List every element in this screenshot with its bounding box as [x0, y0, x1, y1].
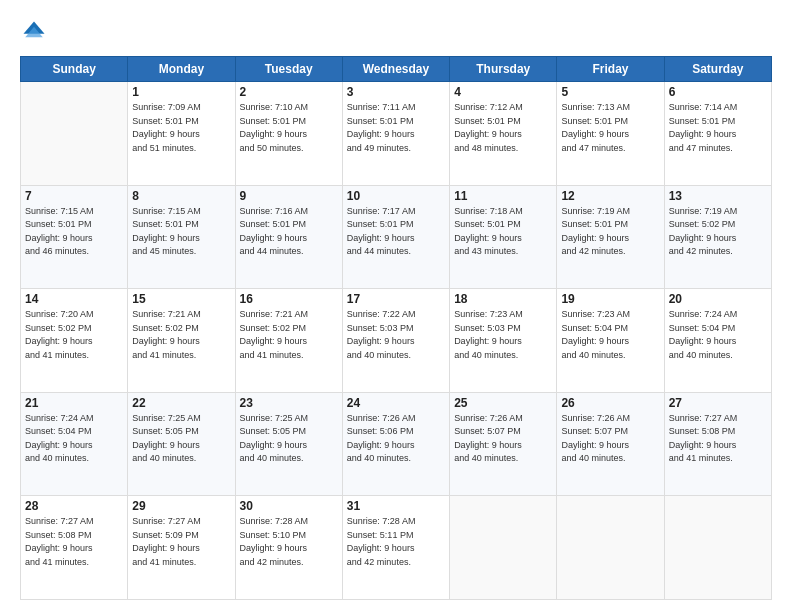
day-number: 1 — [132, 85, 230, 99]
calendar-cell: 31Sunrise: 7:28 AMSunset: 5:11 PMDayligh… — [342, 496, 449, 600]
calendar-cell: 19Sunrise: 7:23 AMSunset: 5:04 PMDayligh… — [557, 289, 664, 393]
day-number: 7 — [25, 189, 123, 203]
day-number: 2 — [240, 85, 338, 99]
day-number: 29 — [132, 499, 230, 513]
calendar-cell: 8Sunrise: 7:15 AMSunset: 5:01 PMDaylight… — [128, 185, 235, 289]
day-number: 19 — [561, 292, 659, 306]
day-info: Sunrise: 7:16 AMSunset: 5:01 PMDaylight:… — [240, 205, 338, 259]
calendar-cell: 13Sunrise: 7:19 AMSunset: 5:02 PMDayligh… — [664, 185, 771, 289]
day-info: Sunrise: 7:25 AMSunset: 5:05 PMDaylight:… — [240, 412, 338, 466]
day-info: Sunrise: 7:17 AMSunset: 5:01 PMDaylight:… — [347, 205, 445, 259]
day-info: Sunrise: 7:26 AMSunset: 5:07 PMDaylight:… — [454, 412, 552, 466]
calendar-cell: 28Sunrise: 7:27 AMSunset: 5:08 PMDayligh… — [21, 496, 128, 600]
day-info: Sunrise: 7:12 AMSunset: 5:01 PMDaylight:… — [454, 101, 552, 155]
day-number: 23 — [240, 396, 338, 410]
calendar-week-3: 14Sunrise: 7:20 AMSunset: 5:02 PMDayligh… — [21, 289, 772, 393]
day-info: Sunrise: 7:23 AMSunset: 5:03 PMDaylight:… — [454, 308, 552, 362]
day-info: Sunrise: 7:15 AMSunset: 5:01 PMDaylight:… — [25, 205, 123, 259]
day-info: Sunrise: 7:24 AMSunset: 5:04 PMDaylight:… — [669, 308, 767, 362]
calendar-cell: 11Sunrise: 7:18 AMSunset: 5:01 PMDayligh… — [450, 185, 557, 289]
weekday-header-sunday: Sunday — [21, 57, 128, 82]
day-info: Sunrise: 7:19 AMSunset: 5:01 PMDaylight:… — [561, 205, 659, 259]
calendar-cell: 4Sunrise: 7:12 AMSunset: 5:01 PMDaylight… — [450, 82, 557, 186]
day-number: 24 — [347, 396, 445, 410]
calendar-cell: 17Sunrise: 7:22 AMSunset: 5:03 PMDayligh… — [342, 289, 449, 393]
calendar-cell: 18Sunrise: 7:23 AMSunset: 5:03 PMDayligh… — [450, 289, 557, 393]
day-info: Sunrise: 7:27 AMSunset: 5:08 PMDaylight:… — [669, 412, 767, 466]
weekday-header-tuesday: Tuesday — [235, 57, 342, 82]
day-info: Sunrise: 7:18 AMSunset: 5:01 PMDaylight:… — [454, 205, 552, 259]
logo — [20, 18, 52, 46]
calendar-cell: 16Sunrise: 7:21 AMSunset: 5:02 PMDayligh… — [235, 289, 342, 393]
page: SundayMondayTuesdayWednesdayThursdayFrid… — [0, 0, 792, 612]
day-number: 12 — [561, 189, 659, 203]
day-info: Sunrise: 7:19 AMSunset: 5:02 PMDaylight:… — [669, 205, 767, 259]
day-number: 10 — [347, 189, 445, 203]
calendar-cell: 6Sunrise: 7:14 AMSunset: 5:01 PMDaylight… — [664, 82, 771, 186]
day-number: 31 — [347, 499, 445, 513]
day-info: Sunrise: 7:21 AMSunset: 5:02 PMDaylight:… — [240, 308, 338, 362]
weekday-header-thursday: Thursday — [450, 57, 557, 82]
calendar-cell: 30Sunrise: 7:28 AMSunset: 5:10 PMDayligh… — [235, 496, 342, 600]
calendar-cell: 7Sunrise: 7:15 AMSunset: 5:01 PMDaylight… — [21, 185, 128, 289]
day-info: Sunrise: 7:27 AMSunset: 5:09 PMDaylight:… — [132, 515, 230, 569]
day-info: Sunrise: 7:26 AMSunset: 5:07 PMDaylight:… — [561, 412, 659, 466]
day-number: 16 — [240, 292, 338, 306]
day-number: 30 — [240, 499, 338, 513]
day-number: 18 — [454, 292, 552, 306]
calendar-cell: 20Sunrise: 7:24 AMSunset: 5:04 PMDayligh… — [664, 289, 771, 393]
day-info: Sunrise: 7:21 AMSunset: 5:02 PMDaylight:… — [132, 308, 230, 362]
day-number: 8 — [132, 189, 230, 203]
day-info: Sunrise: 7:10 AMSunset: 5:01 PMDaylight:… — [240, 101, 338, 155]
day-info: Sunrise: 7:27 AMSunset: 5:08 PMDaylight:… — [25, 515, 123, 569]
day-info: Sunrise: 7:26 AMSunset: 5:06 PMDaylight:… — [347, 412, 445, 466]
day-number: 15 — [132, 292, 230, 306]
day-info: Sunrise: 7:28 AMSunset: 5:10 PMDaylight:… — [240, 515, 338, 569]
day-number: 4 — [454, 85, 552, 99]
calendar-cell: 1Sunrise: 7:09 AMSunset: 5:01 PMDaylight… — [128, 82, 235, 186]
day-number: 22 — [132, 396, 230, 410]
day-number: 5 — [561, 85, 659, 99]
weekday-header-monday: Monday — [128, 57, 235, 82]
day-number: 21 — [25, 396, 123, 410]
calendar-week-2: 7Sunrise: 7:15 AMSunset: 5:01 PMDaylight… — [21, 185, 772, 289]
weekday-header-row: SundayMondayTuesdayWednesdayThursdayFrid… — [21, 57, 772, 82]
day-info: Sunrise: 7:09 AMSunset: 5:01 PMDaylight:… — [132, 101, 230, 155]
day-info: Sunrise: 7:23 AMSunset: 5:04 PMDaylight:… — [561, 308, 659, 362]
day-number: 20 — [669, 292, 767, 306]
day-info: Sunrise: 7:28 AMSunset: 5:11 PMDaylight:… — [347, 515, 445, 569]
day-info: Sunrise: 7:20 AMSunset: 5:02 PMDaylight:… — [25, 308, 123, 362]
calendar-table: SundayMondayTuesdayWednesdayThursdayFrid… — [20, 56, 772, 600]
logo-icon — [20, 18, 48, 46]
calendar-cell — [450, 496, 557, 600]
weekday-header-wednesday: Wednesday — [342, 57, 449, 82]
day-number: 27 — [669, 396, 767, 410]
calendar-cell: 26Sunrise: 7:26 AMSunset: 5:07 PMDayligh… — [557, 392, 664, 496]
calendar-cell: 23Sunrise: 7:25 AMSunset: 5:05 PMDayligh… — [235, 392, 342, 496]
calendar-cell — [557, 496, 664, 600]
day-info: Sunrise: 7:25 AMSunset: 5:05 PMDaylight:… — [132, 412, 230, 466]
calendar-cell: 9Sunrise: 7:16 AMSunset: 5:01 PMDaylight… — [235, 185, 342, 289]
weekday-header-saturday: Saturday — [664, 57, 771, 82]
calendar-week-5: 28Sunrise: 7:27 AMSunset: 5:08 PMDayligh… — [21, 496, 772, 600]
day-number: 17 — [347, 292, 445, 306]
day-info: Sunrise: 7:11 AMSunset: 5:01 PMDaylight:… — [347, 101, 445, 155]
calendar-cell: 14Sunrise: 7:20 AMSunset: 5:02 PMDayligh… — [21, 289, 128, 393]
day-info: Sunrise: 7:13 AMSunset: 5:01 PMDaylight:… — [561, 101, 659, 155]
day-number: 28 — [25, 499, 123, 513]
day-number: 9 — [240, 189, 338, 203]
calendar-cell: 24Sunrise: 7:26 AMSunset: 5:06 PMDayligh… — [342, 392, 449, 496]
day-info: Sunrise: 7:22 AMSunset: 5:03 PMDaylight:… — [347, 308, 445, 362]
day-number: 11 — [454, 189, 552, 203]
calendar-cell: 27Sunrise: 7:27 AMSunset: 5:08 PMDayligh… — [664, 392, 771, 496]
calendar-cell: 22Sunrise: 7:25 AMSunset: 5:05 PMDayligh… — [128, 392, 235, 496]
calendar-cell: 10Sunrise: 7:17 AMSunset: 5:01 PMDayligh… — [342, 185, 449, 289]
calendar-cell: 12Sunrise: 7:19 AMSunset: 5:01 PMDayligh… — [557, 185, 664, 289]
weekday-header-friday: Friday — [557, 57, 664, 82]
calendar-cell: 15Sunrise: 7:21 AMSunset: 5:02 PMDayligh… — [128, 289, 235, 393]
calendar-week-4: 21Sunrise: 7:24 AMSunset: 5:04 PMDayligh… — [21, 392, 772, 496]
calendar-cell — [21, 82, 128, 186]
day-number: 25 — [454, 396, 552, 410]
header — [20, 18, 772, 46]
day-info: Sunrise: 7:15 AMSunset: 5:01 PMDaylight:… — [132, 205, 230, 259]
